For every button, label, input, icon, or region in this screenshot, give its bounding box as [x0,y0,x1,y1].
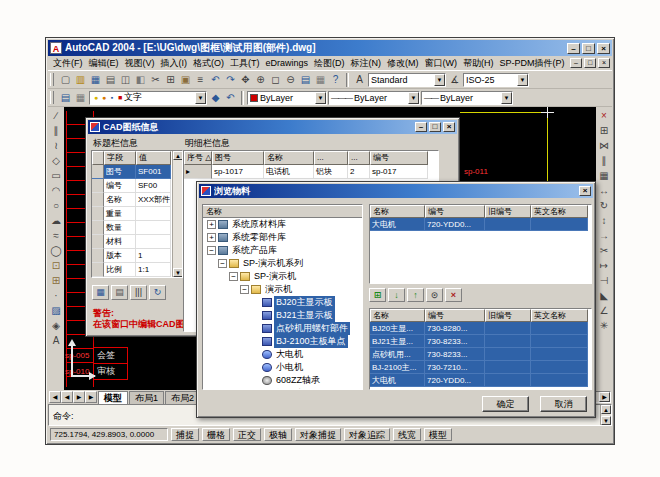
menu-item[interactable]: 修改(M) [384,57,422,70]
text-style-icon[interactable]: A [352,73,367,87]
make-object-layer-current-icon[interactable]: ◆ [208,91,223,105]
dim-style-icon[interactable]: ∡ [447,73,462,87]
redo-icon[interactable]: ↷ [223,73,238,87]
menu-item[interactable]: 文件(F) [50,57,86,70]
status-toggle-button[interactable]: 对象捕捉 [295,428,341,441]
status-toggle-button[interactable]: 对象追踪 [344,428,390,441]
combo-arrow-icon[interactable]: ▼ [195,92,206,104]
rotate-icon[interactable]: ↻ [597,199,612,213]
array-icon[interactable]: ▦ [597,169,612,183]
status-toggle-button[interactable]: 模型 [424,428,452,441]
tree-node-label[interactable]: 608ZZ轴承 [274,374,322,387]
menu-item[interactable]: eDrawings [263,58,312,68]
column-header[interactable]: ... [314,151,348,165]
column-header[interactable]: 名称 [264,151,314,165]
layer-previous-icon[interactable]: ↶ [223,91,238,105]
ok-button[interactable]: 确定 [482,396,529,412]
dim-style-combo[interactable]: ISO-25 ▼ [463,73,529,87]
table-row[interactable]: 版本1 [92,249,172,263]
table-row[interactable]: 名称XXX部件 [92,193,172,207]
tree-node[interactable]: BJ21主显示板 [203,309,362,322]
layer-lock-icon[interactable]: ▪ [108,93,116,103]
copy-object-icon[interactable]: ⊞ [597,124,612,138]
menu-item[interactable]: 格式(O) [190,57,227,70]
scroll-down-icon[interactable]: ▼ [601,416,611,425]
zoom-realtime-icon[interactable]: ⊕ [253,73,268,87]
move-up-button[interactable]: ↑ [407,288,424,302]
new-file-icon[interactable]: ▢ [58,73,73,87]
dialog-restore-button[interactable]: □ [429,122,441,132]
break-icon[interactable]: ⊣ [597,274,612,288]
search-button[interactable]: ⊙ [426,288,443,302]
scroll-right-icon[interactable]: ▶ [599,392,610,402]
table-row[interactable]: 大电机720-YDD0... [370,218,591,231]
combo-arrow-icon[interactable]: ▼ [315,92,326,104]
status-toggle-button[interactable]: 捕捉 [171,428,199,441]
title-bar[interactable]: A AutoCAD 2004 - [E:\UG\dwg\图框\测试用图(部件).… [48,40,612,56]
restore-button[interactable]: □ [582,43,595,54]
tree-node[interactable]: 608ZZ轴承 [203,374,362,387]
refresh-icon[interactable]: ↻ [149,285,166,300]
undo-icon[interactable]: ↶ [208,73,223,87]
tree-node[interactable]: +系统零部件库 [203,231,362,244]
print-info-icon[interactable]: ▤ [111,285,128,300]
layer-combo[interactable]: ●●▪■ 文字 ▼ [89,91,207,105]
revision-cloud-icon[interactable]: ☁ [49,214,64,228]
status-toggle-button[interactable]: 极轴 [264,428,292,441]
menu-item[interactable]: 窗口(W) [422,57,461,70]
combo-arrow-icon[interactable]: ▼ [517,74,528,86]
point-icon[interactable]: · [49,289,64,303]
tree-node-label[interactable]: 大电机 [274,348,305,361]
table-row[interactable]: 编号SF00 [92,179,172,193]
extend-icon[interactable]: ↦ [597,259,612,273]
menu-item[interactable]: 绘图(D) [311,57,348,70]
tree-node[interactable]: −系统产品库 [203,244,362,257]
command-scrollbar[interactable]: ▲ ▼ [600,405,611,425]
tree-node-label[interactable]: BJ-2100主板单点 [274,335,348,348]
trim-icon[interactable]: ✂ [597,244,612,258]
column-header[interactable]: 编号 [425,309,485,322]
publish-icon[interactable]: ◧ [133,73,148,87]
tree-node-label[interactable]: BJ20主显示板 [274,296,335,309]
offset-icon[interactable]: ∥ [597,154,612,168]
layout-tab[interactable]: 布局1 [129,391,164,404]
scale-icon[interactable]: ↕ [597,214,612,228]
tree-node-label[interactable]: 演示机 [263,283,294,296]
menu-item[interactable]: 插入(I) [158,57,191,70]
layout-tab[interactable]: 布局2 [165,391,200,404]
layer-thaw-icon[interactable]: ● [100,93,108,103]
combo-arrow-icon[interactable]: ▼ [434,74,445,86]
menu-item[interactable]: SP-PDM插件(P) [497,57,568,70]
menu-item[interactable]: 工具(T) [227,57,263,70]
table-row[interactable]: 比例1:1 [92,263,172,277]
layer-on-icon[interactable]: ● [92,93,100,103]
table-row[interactable]: 数量 [92,221,172,235]
design-center-icon[interactable]: ▦ [313,73,328,87]
column-header[interactable]: 值 [136,151,171,165]
layers-icon[interactable]: ▦ [73,91,88,105]
column-header[interactable] [92,151,104,165]
tree-node[interactable]: −演示机 [203,283,362,296]
minimize-button[interactable]: – [567,43,580,54]
child-minimize-button[interactable]: – [570,58,582,68]
status-toggle-button[interactable]: 正交 [233,428,261,441]
make-block-icon[interactable]: ⊞ [49,274,64,288]
scroll-up-icon[interactable]: ▲ [601,405,611,414]
combo-arrow-icon[interactable]: ▼ [501,92,512,104]
menu-item[interactable]: 标注(N) [348,57,385,70]
explode-icon[interactable]: ✳ [597,319,612,333]
tree-node[interactable]: BJ-2100主板单点 [203,335,362,348]
paste-icon[interactable]: ▣ [178,73,193,87]
help-icon[interactable]: ? [328,73,343,87]
mirror-icon[interactable]: ⋈ [597,139,612,153]
expand-icon[interactable]: + [207,220,216,229]
child-restore-button[interactable]: □ [584,58,596,68]
first-layout-tab-button[interactable]: ◀ [49,391,61,403]
plot-preview-icon[interactable]: ◫ [118,73,133,87]
tree-node[interactable]: −SP-演示机 [203,270,362,283]
menu-item[interactable]: 编辑(E) [86,57,122,70]
dialog-title-bar[interactable]: CAD图纸信息 –□× [88,120,457,134]
tree-node[interactable]: −SP-演示机系列 [203,257,362,270]
tree-node-label[interactable]: SP-演示机系列 [241,257,305,270]
layer-properties-icon[interactable]: ▤ [58,91,73,105]
